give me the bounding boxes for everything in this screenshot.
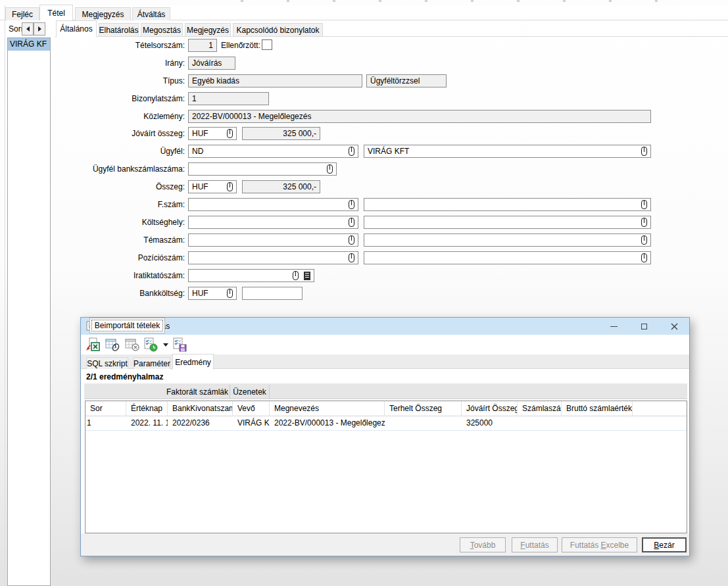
tab-megosztas[interactable]: Megosztás [141,23,183,36]
paperclip-icon[interactable] [227,182,233,191]
paperclip-icon[interactable] [641,218,647,227]
tipus-field[interactable]: Egyéb kiadás [188,74,362,87]
tab-sql-szkript[interactable]: SQL szkript [86,357,128,369]
osszeg-currency-field[interactable]: HUF [188,180,237,193]
futtatas-button[interactable]: Futtatás [512,537,558,552]
tab-label: Beimportált tételek [95,321,160,330]
bizonylatszam-field[interactable]: 1 [188,92,269,105]
tab-uzenetek[interactable]: Üzenetek [230,385,270,399]
column-header-erteknap[interactable]: Értéknap [126,401,168,416]
arrow-left-icon [26,26,30,32]
tab-tetel[interactable]: Tétel [39,5,73,20]
tab-label: Megosztás [143,26,181,35]
temaszam-field-2[interactable] [364,233,651,247]
paperclip-icon[interactable] [641,147,647,156]
ellenorzott-checkbox[interactable] [262,39,272,50]
column-header-brutto-szamlaertek[interactable]: Bruttó számlaérték [562,401,633,416]
kozlemeny-field[interactable]: 2022-BV/000013 - Megelőlegezés [188,110,651,123]
column-header-megnevezes[interactable]: Megnevezés [270,401,385,416]
bankkoltseg-amount-field[interactable] [242,287,303,300]
tab-beimportalt-tetelek[interactable]: Beimportált tételek [89,318,165,333]
tab-label: Faktorált számlák [166,387,228,397]
paperclip-icon[interactable] [227,129,233,138]
list-icon[interactable] [304,272,310,280]
tab-parameter[interactable]: Paraméter [133,357,170,369]
tab-faktoralt-szamlak[interactable]: Faktorált számlák [165,385,230,399]
tab-kapcsolodo-bizonylatok[interactable]: Kapcsolódó bizonylatok [233,23,323,36]
iratiktatoszam-label: Iratiktatószám: [56,271,185,280]
tab-fejlec[interactable]: Fejléc [5,7,39,20]
paperclip-icon[interactable] [349,200,354,209]
column-header-vevo[interactable]: Vevő [233,401,270,416]
run-script-button[interactable] [143,337,158,353]
tab-megjegyzes[interactable]: Megjegyzés [75,7,131,20]
save-script-button[interactable] [172,337,187,353]
bankkoltseg-currency-field[interactable]: HUF [188,287,237,300]
tab-eredmeny[interactable]: Eredmény [172,354,214,370]
column-header-jovairt-osszeg[interactable]: Jóváírt Összeg [462,401,518,416]
export-to-excel-button[interactable] [85,337,101,353]
irany-field[interactable]: Jóváírás [188,57,235,70]
paperclip-icon[interactable] [349,235,354,245]
paperclip-icon[interactable] [641,235,647,245]
temaszam-label: Témaszám: [56,235,185,245]
koltseghely-field-2[interactable] [364,216,651,229]
column-header-sor[interactable]: Sor [85,401,126,416]
pozicioszam-field-2[interactable] [364,251,651,264]
paperclip-icon[interactable] [327,164,333,174]
arrow-right-icon [38,26,41,32]
column-header-bankkivonatszam[interactable]: BankKivonatszam [168,401,233,416]
tipus-value: Egyéb kiadás [192,76,239,85]
ugyfel-bankszamla-field[interactable] [188,162,337,176]
tab-altalanos[interactable]: Általános [56,20,97,37]
fszam-field-1[interactable] [188,198,358,211]
fszam-field-2[interactable] [364,198,651,211]
paperclip-icon[interactable] [293,271,299,280]
paperclip-icon[interactable] [349,218,354,227]
jovairt-amount-field[interactable]: 325 000,- [242,127,320,140]
grid-remove-button[interactable] [124,337,140,353]
paperclip-icon[interactable] [349,253,354,262]
futtatas-excelbe-button[interactable]: Futtatás Excelbe [562,537,637,552]
koltseghely-label: Költséghely: [56,218,185,227]
temaszam-field-1[interactable] [188,233,358,247]
tab-label: Megjegyzés [82,10,124,19]
cell-jovairt-osszeg: 325000 [462,416,518,431]
minimize-button[interactable] [598,318,629,335]
table-row[interactable]: 1 2022. 11. 10. 2022/0236 VIRÁG KFT 2022… [85,416,687,431]
osszeg-amount-field[interactable]: 325 000,- [242,180,320,193]
column-header-terhelt-osszeg[interactable]: Terhelt Összeg [385,401,462,416]
tab-megjegyzes-detail[interactable]: Megjegyzés [185,23,231,36]
tab-atvaltas[interactable]: Átváltás [132,7,170,20]
dialog-titlebar[interactable]: SQL szkript futtatás [81,318,689,335]
kozlemeny-label: Közlemény: [56,112,185,121]
ugyfel-code-field[interactable]: ND [188,145,358,158]
currency-value: HUF [192,289,208,298]
maximize-icon [641,324,647,330]
bezar-button[interactable]: Bezár [642,537,687,552]
column-header-szamlaszam[interactable]: Számlaszám [518,401,562,416]
tovabb-button[interactable]: Tovább [460,537,506,552]
pozicioszam-field-1[interactable] [188,251,358,264]
close-button[interactable] [659,318,689,335]
paperclip-icon[interactable] [227,289,233,298]
sidebar-prev-button[interactable] [22,22,34,36]
paperclip-icon[interactable] [349,147,354,156]
paperclip-icon[interactable] [641,253,647,262]
jovairt-currency-field[interactable]: HUF [188,127,237,140]
run-options-dropdown[interactable] [161,337,170,353]
paperclip-icon[interactable] [641,200,647,209]
grid-edit-attach-button[interactable] [105,337,120,353]
tab-elhatarolas[interactable]: Elhatárolás [99,23,139,36]
ugyfel-name-field[interactable]: VIRÁG KFT [364,145,651,158]
iratiktatoszam-field[interactable] [188,269,314,282]
ugyfel-bankszamla-label: Ügyfél bankszámlaszáma: [56,164,185,174]
koltseghely-field-1[interactable] [188,216,358,229]
maximize-button[interactable] [629,318,659,335]
tipus-mode-field[interactable]: Ügyféltörzzsel [366,74,447,87]
tetelsorszam-label: Tételsorszám: [56,41,185,50]
dropdown-arrow-icon [163,343,168,347]
tetelsorszam-field[interactable]: 1 [188,39,217,52]
sidebar-next-button[interactable] [34,22,45,36]
list-item[interactable]: VIRÁG KF [8,38,50,51]
